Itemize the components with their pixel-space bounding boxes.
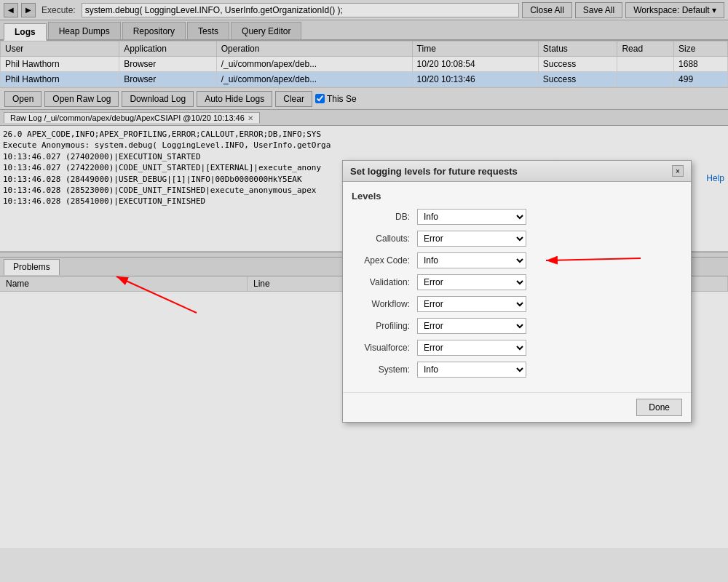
level-label-visualforce: Visualforce: xyxy=(352,343,417,353)
level-select-validation[interactable]: ErrorNoneWarnInfo xyxy=(417,274,526,290)
modal-overlay: Set logging levels for future requests ×… xyxy=(0,0,728,582)
level-label-workflow: Workflow: xyxy=(352,299,417,309)
level-label-callouts: Callouts: xyxy=(352,234,417,244)
level-label-profiling: Profiling: xyxy=(352,321,417,331)
level-select-profiling[interactable]: ErrorNoneWarnInfo xyxy=(417,318,526,334)
modal-header: Set logging levels for future requests × xyxy=(343,161,691,182)
level-row-apex-code: Apex Code: InfoNoneErrorWarnDebugFineFin… xyxy=(352,252,682,268)
level-select-apex-code[interactable]: InfoNoneErrorWarnDebugFineFinerFinest xyxy=(417,252,526,268)
level-select-visualforce[interactable]: ErrorNoneWarnInfo xyxy=(417,340,526,356)
level-select-callouts[interactable]: ErrorNoneWarnInfoDebug xyxy=(417,231,526,247)
modal-footer: Done xyxy=(343,392,691,422)
levels-heading: Levels xyxy=(352,191,682,202)
level-select-system[interactable]: InfoNoneErrorWarnDebug xyxy=(417,362,526,378)
done-button[interactable]: Done xyxy=(636,399,682,416)
level-label-validation: Validation: xyxy=(352,277,417,287)
modal-title: Set logging levels for future requests xyxy=(350,166,518,177)
level-select-db[interactable]: InfoNoneErrorWarnDebug xyxy=(417,209,526,225)
modal-close-button[interactable]: × xyxy=(672,165,684,177)
level-row-visualforce: Visualforce: ErrorNoneWarnInfo xyxy=(352,340,682,356)
level-select-workflow[interactable]: ErrorNoneWarnInfo xyxy=(417,296,526,312)
modal-body: Levels DB: InfoNoneErrorWarnDebug Callou… xyxy=(343,182,691,392)
level-row-validation: Validation: ErrorNoneWarnInfo xyxy=(352,274,682,290)
level-label-db: DB: xyxy=(352,212,417,222)
level-label-apex-code: Apex Code: xyxy=(352,255,417,266)
level-row-callouts: Callouts: ErrorNoneWarnInfoDebug xyxy=(352,231,682,247)
level-row-db: DB: InfoNoneErrorWarnDebug xyxy=(352,209,682,225)
level-label-system: System: xyxy=(352,364,417,375)
level-row-profiling: Profiling: ErrorNoneWarnInfo xyxy=(352,318,682,334)
level-row-workflow: Workflow: ErrorNoneWarnInfo xyxy=(352,296,682,312)
level-row-system: System: InfoNoneErrorWarnDebug xyxy=(352,362,682,378)
modal-dialog: Set logging levels for future requests ×… xyxy=(342,160,692,423)
